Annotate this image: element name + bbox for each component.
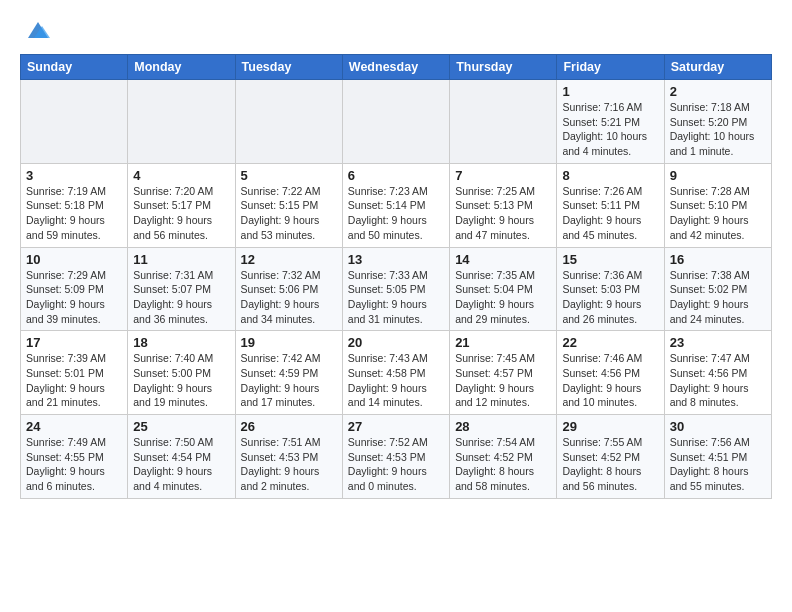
calendar-cell: 26Sunrise: 7:51 AMSunset: 4:53 PMDayligh… (235, 415, 342, 499)
weekday-header-saturday: Saturday (664, 55, 771, 80)
day-number: 16 (670, 252, 766, 267)
day-number: 27 (348, 419, 444, 434)
weekday-header-friday: Friday (557, 55, 664, 80)
day-detail: Sunrise: 7:20 AMSunset: 5:17 PMDaylight:… (133, 184, 229, 243)
day-detail: Sunrise: 7:45 AMSunset: 4:57 PMDaylight:… (455, 351, 551, 410)
logo (20, 16, 52, 44)
day-number: 26 (241, 419, 337, 434)
calendar-cell: 11Sunrise: 7:31 AMSunset: 5:07 PMDayligh… (128, 247, 235, 331)
day-detail: Sunrise: 7:56 AMSunset: 4:51 PMDaylight:… (670, 435, 766, 494)
day-number: 4 (133, 168, 229, 183)
calendar-cell: 1Sunrise: 7:16 AMSunset: 5:21 PMDaylight… (557, 80, 664, 164)
day-detail: Sunrise: 7:51 AMSunset: 4:53 PMDaylight:… (241, 435, 337, 494)
day-number: 6 (348, 168, 444, 183)
calendar-cell (450, 80, 557, 164)
day-number: 9 (670, 168, 766, 183)
day-number: 23 (670, 335, 766, 350)
calendar-cell: 18Sunrise: 7:40 AMSunset: 5:00 PMDayligh… (128, 331, 235, 415)
day-detail: Sunrise: 7:26 AMSunset: 5:11 PMDaylight:… (562, 184, 658, 243)
weekday-header-monday: Monday (128, 55, 235, 80)
day-detail: Sunrise: 7:35 AMSunset: 5:04 PMDaylight:… (455, 268, 551, 327)
day-detail: Sunrise: 7:29 AMSunset: 5:09 PMDaylight:… (26, 268, 122, 327)
calendar-cell: 24Sunrise: 7:49 AMSunset: 4:55 PMDayligh… (21, 415, 128, 499)
day-number: 3 (26, 168, 122, 183)
day-detail: Sunrise: 7:43 AMSunset: 4:58 PMDaylight:… (348, 351, 444, 410)
calendar-cell: 29Sunrise: 7:55 AMSunset: 4:52 PMDayligh… (557, 415, 664, 499)
calendar-cell: 8Sunrise: 7:26 AMSunset: 5:11 PMDaylight… (557, 163, 664, 247)
day-detail: Sunrise: 7:25 AMSunset: 5:13 PMDaylight:… (455, 184, 551, 243)
day-number: 8 (562, 168, 658, 183)
page: SundayMondayTuesdayWednesdayThursdayFrid… (0, 0, 792, 519)
day-detail: Sunrise: 7:32 AMSunset: 5:06 PMDaylight:… (241, 268, 337, 327)
day-number: 12 (241, 252, 337, 267)
day-detail: Sunrise: 7:55 AMSunset: 4:52 PMDaylight:… (562, 435, 658, 494)
calendar-cell: 2Sunrise: 7:18 AMSunset: 5:20 PMDaylight… (664, 80, 771, 164)
day-number: 15 (562, 252, 658, 267)
day-detail: Sunrise: 7:42 AMSunset: 4:59 PMDaylight:… (241, 351, 337, 410)
calendar-cell: 22Sunrise: 7:46 AMSunset: 4:56 PMDayligh… (557, 331, 664, 415)
logo-icon (24, 16, 52, 44)
calendar-cell: 28Sunrise: 7:54 AMSunset: 4:52 PMDayligh… (450, 415, 557, 499)
calendar-cell: 3Sunrise: 7:19 AMSunset: 5:18 PMDaylight… (21, 163, 128, 247)
day-number: 25 (133, 419, 229, 434)
day-number: 24 (26, 419, 122, 434)
day-number: 18 (133, 335, 229, 350)
day-detail: Sunrise: 7:16 AMSunset: 5:21 PMDaylight:… (562, 100, 658, 159)
day-number: 7 (455, 168, 551, 183)
calendar-week-row: 17Sunrise: 7:39 AMSunset: 5:01 PMDayligh… (21, 331, 772, 415)
calendar-cell: 16Sunrise: 7:38 AMSunset: 5:02 PMDayligh… (664, 247, 771, 331)
day-detail: Sunrise: 7:52 AMSunset: 4:53 PMDaylight:… (348, 435, 444, 494)
day-detail: Sunrise: 7:38 AMSunset: 5:02 PMDaylight:… (670, 268, 766, 327)
header (20, 16, 772, 44)
calendar-cell: 9Sunrise: 7:28 AMSunset: 5:10 PMDaylight… (664, 163, 771, 247)
calendar-table: SundayMondayTuesdayWednesdayThursdayFrid… (20, 54, 772, 499)
day-number: 22 (562, 335, 658, 350)
day-detail: Sunrise: 7:49 AMSunset: 4:55 PMDaylight:… (26, 435, 122, 494)
calendar-cell: 30Sunrise: 7:56 AMSunset: 4:51 PMDayligh… (664, 415, 771, 499)
calendar-cell (21, 80, 128, 164)
calendar-cell: 19Sunrise: 7:42 AMSunset: 4:59 PMDayligh… (235, 331, 342, 415)
day-number: 11 (133, 252, 229, 267)
day-detail: Sunrise: 7:31 AMSunset: 5:07 PMDaylight:… (133, 268, 229, 327)
day-detail: Sunrise: 7:23 AMSunset: 5:14 PMDaylight:… (348, 184, 444, 243)
day-number: 29 (562, 419, 658, 434)
day-number: 28 (455, 419, 551, 434)
day-number: 14 (455, 252, 551, 267)
calendar-cell: 27Sunrise: 7:52 AMSunset: 4:53 PMDayligh… (342, 415, 449, 499)
day-detail: Sunrise: 7:19 AMSunset: 5:18 PMDaylight:… (26, 184, 122, 243)
day-number: 2 (670, 84, 766, 99)
weekday-header-sunday: Sunday (21, 55, 128, 80)
calendar-cell: 7Sunrise: 7:25 AMSunset: 5:13 PMDaylight… (450, 163, 557, 247)
day-detail: Sunrise: 7:28 AMSunset: 5:10 PMDaylight:… (670, 184, 766, 243)
day-detail: Sunrise: 7:18 AMSunset: 5:20 PMDaylight:… (670, 100, 766, 159)
day-detail: Sunrise: 7:46 AMSunset: 4:56 PMDaylight:… (562, 351, 658, 410)
calendar-cell: 21Sunrise: 7:45 AMSunset: 4:57 PMDayligh… (450, 331, 557, 415)
calendar-week-row: 1Sunrise: 7:16 AMSunset: 5:21 PMDaylight… (21, 80, 772, 164)
day-detail: Sunrise: 7:40 AMSunset: 5:00 PMDaylight:… (133, 351, 229, 410)
day-detail: Sunrise: 7:50 AMSunset: 4:54 PMDaylight:… (133, 435, 229, 494)
calendar-cell: 5Sunrise: 7:22 AMSunset: 5:15 PMDaylight… (235, 163, 342, 247)
weekday-header-tuesday: Tuesday (235, 55, 342, 80)
day-detail: Sunrise: 7:36 AMSunset: 5:03 PMDaylight:… (562, 268, 658, 327)
day-number: 20 (348, 335, 444, 350)
calendar-cell: 4Sunrise: 7:20 AMSunset: 5:17 PMDaylight… (128, 163, 235, 247)
day-number: 30 (670, 419, 766, 434)
day-number: 17 (26, 335, 122, 350)
day-number: 21 (455, 335, 551, 350)
calendar-cell (128, 80, 235, 164)
day-number: 13 (348, 252, 444, 267)
calendar-cell: 25Sunrise: 7:50 AMSunset: 4:54 PMDayligh… (128, 415, 235, 499)
calendar-cell: 20Sunrise: 7:43 AMSunset: 4:58 PMDayligh… (342, 331, 449, 415)
weekday-header-row: SundayMondayTuesdayWednesdayThursdayFrid… (21, 55, 772, 80)
calendar-cell: 15Sunrise: 7:36 AMSunset: 5:03 PMDayligh… (557, 247, 664, 331)
calendar-week-row: 10Sunrise: 7:29 AMSunset: 5:09 PMDayligh… (21, 247, 772, 331)
day-detail: Sunrise: 7:54 AMSunset: 4:52 PMDaylight:… (455, 435, 551, 494)
day-number: 19 (241, 335, 337, 350)
calendar-cell: 13Sunrise: 7:33 AMSunset: 5:05 PMDayligh… (342, 247, 449, 331)
day-detail: Sunrise: 7:47 AMSunset: 4:56 PMDaylight:… (670, 351, 766, 410)
day-number: 10 (26, 252, 122, 267)
calendar-cell: 23Sunrise: 7:47 AMSunset: 4:56 PMDayligh… (664, 331, 771, 415)
calendar-week-row: 3Sunrise: 7:19 AMSunset: 5:18 PMDaylight… (21, 163, 772, 247)
calendar-cell (342, 80, 449, 164)
calendar-cell: 12Sunrise: 7:32 AMSunset: 5:06 PMDayligh… (235, 247, 342, 331)
